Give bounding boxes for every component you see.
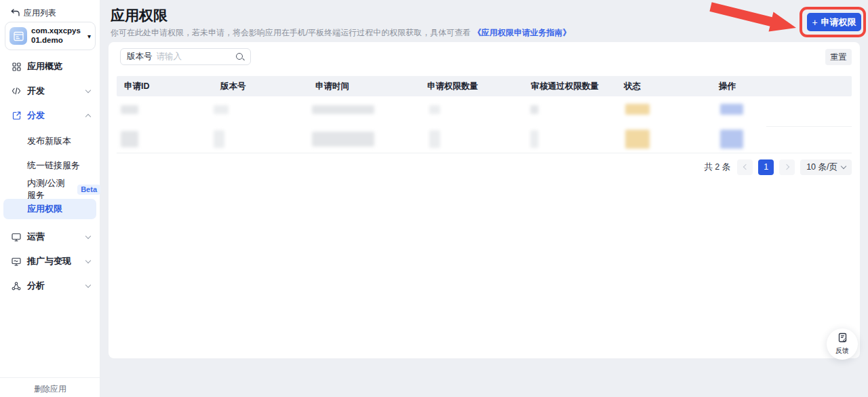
- chevron-left-icon: [743, 164, 748, 170]
- sidebar-item-unified-link[interactable]: 统一链接服务: [0, 156, 100, 175]
- chevron-down-icon: [85, 87, 91, 92]
- action-link[interactable]: [720, 104, 743, 115]
- sidebar-item-label: 开发: [27, 85, 45, 97]
- status-badge: [625, 130, 650, 149]
- pagination: 共 2 条 1 10 条/页: [704, 159, 852, 175]
- sidebar-item-beta-test[interactable]: 内测/公测服务 Beta: [0, 180, 100, 199]
- column-header-apply-time: 申请时间: [315, 76, 349, 96]
- sidebar-subitem-label: 统一链接服务: [27, 159, 80, 172]
- pagination-total: 共 2 条: [704, 162, 730, 173]
- sidebar-item-label: 推广与变现: [27, 255, 71, 267]
- plus-icon: +: [812, 17, 817, 28]
- chevron-down-icon: [85, 257, 91, 263]
- column-header-status: 状态: [624, 76, 641, 96]
- app-icon: [9, 27, 27, 45]
- row-divider: [766, 126, 852, 127]
- redacted-cell-approved-count: [530, 105, 538, 114]
- feedback-label: 反馈: [835, 346, 849, 356]
- sidebar-subitem-label: 发布新版本: [27, 135, 71, 147]
- beta-badge: Beta: [77, 185, 100, 195]
- redacted-cell-apply-time: [312, 132, 374, 147]
- column-header-requested-count: 申请权限数量: [427, 76, 478, 96]
- sidebar-item-distribution[interactable]: 分发: [0, 106, 100, 125]
- redacted-cell-apply-time: [312, 105, 374, 114]
- apply-permission-button[interactable]: + 申请权限: [807, 13, 861, 31]
- apply-permission-label: 申请权限: [821, 16, 856, 29]
- feedback-icon: [837, 333, 848, 345]
- sidebar-item-analytics[interactable]: 分析: [0, 276, 100, 295]
- app-root: 应用列表 com.xqxcpys01.demo ▾ 应用概览 开发: [0, 0, 868, 397]
- sidebar-item-overview[interactable]: 应用概览: [0, 57, 100, 76]
- annotation-arrow: [707, 1, 802, 35]
- monitor-wave-icon: [12, 257, 21, 266]
- grid-icon: [12, 62, 21, 71]
- pagination-page-1[interactable]: 1: [758, 159, 774, 175]
- app-selector[interactable]: com.xqxcpys01.demo ▾: [5, 22, 96, 50]
- column-header-version: 版本号: [220, 76, 246, 96]
- sidebar-item-release-version[interactable]: 发布新版本: [0, 132, 100, 151]
- column-header-apply-id: 申请ID: [124, 76, 150, 96]
- app-package-name: com.xqxcpys01.demo: [31, 26, 83, 45]
- sidebar-divider: [0, 377, 100, 378]
- guide-link[interactable]: 《应用权限申请业务指南》: [473, 28, 571, 37]
- redacted-cell-apply-id: [121, 131, 138, 147]
- sidebar-item-operation[interactable]: 运营: [0, 227, 100, 246]
- sidebar-item-label: 运营: [27, 231, 45, 243]
- share-icon: [12, 111, 21, 120]
- page-description-text: 你可在此处申请权限，若未申请，将会影响应用在手机/平板终端运行过程中的权限获取，…: [111, 28, 473, 37]
- sidebar-subitem-label: 内测/公测服务: [27, 177, 73, 202]
- sidebar-item-develop[interactable]: 开发: [0, 81, 100, 100]
- chevron-right-icon: [783, 164, 789, 170]
- table-header-row: 申请ID 版本号 申请时间 申请权限数量 审核通过权限数量 状态 操作: [117, 76, 852, 96]
- chevron-down-icon: [85, 282, 91, 287]
- dropdown-caret-icon: ▾: [87, 33, 91, 40]
- sidebar-item-label: 应用概览: [27, 60, 62, 73]
- redacted-cell-approved-count: [530, 130, 538, 148]
- code-icon: [12, 86, 21, 96]
- version-field-label: 版本号: [127, 51, 153, 62]
- version-search-input[interactable]: 版本号 请输入: [120, 48, 251, 65]
- monitor-icon: [12, 232, 21, 242]
- sidebar-subitem-label: 应用权限: [27, 203, 62, 215]
- pagination-next-button[interactable]: [779, 159, 795, 175]
- sidebar-item-promotion[interactable]: 推广与变现: [0, 252, 100, 271]
- sidebar-item-label: 分析: [27, 280, 45, 292]
- page-description: 你可在此处申请权限，若未申请，将会影响应用在手机/平板终端运行过程中的权限获取，…: [111, 27, 571, 39]
- sidebar-item-label: 分发: [27, 109, 45, 121]
- page-size-select[interactable]: 10 条/页: [800, 159, 852, 175]
- delete-app-button[interactable]: 删除应用: [0, 383, 100, 395]
- chevron-up-icon: [85, 113, 91, 119]
- page-size-value: 10 条/页: [806, 162, 837, 173]
- chevron-down-icon: [85, 233, 91, 238]
- redacted-cell-requested-count: [429, 105, 440, 114]
- column-header-approved-count: 审核通过权限数量: [531, 76, 599, 96]
- redacted-cell-version: [214, 105, 229, 114]
- pagination-prev-button[interactable]: [737, 159, 753, 175]
- action-link[interactable]: [720, 130, 743, 149]
- redacted-cell-requested-count: [429, 130, 440, 148]
- sidebar-item-app-permissions[interactable]: 应用权限: [3, 199, 96, 219]
- back-to-app-list[interactable]: 应用列表: [11, 7, 56, 19]
- reset-button[interactable]: 重置: [825, 49, 852, 65]
- redacted-cell-apply-id: [121, 105, 138, 114]
- back-arrow-icon: [11, 9, 20, 18]
- version-field-placeholder: 请输入: [157, 51, 232, 62]
- back-label: 应用列表: [24, 7, 56, 19]
- chevron-down-icon: [841, 163, 846, 168]
- column-header-actions: 操作: [719, 76, 736, 96]
- status-badge: [625, 104, 650, 115]
- page-title: 应用权限: [111, 6, 167, 25]
- analytics-icon: [12, 281, 21, 290]
- feedback-button[interactable]: 反馈: [827, 328, 858, 360]
- redacted-cell-version: [214, 130, 224, 148]
- search-icon[interactable]: [235, 52, 244, 61]
- table-bottom-border: [117, 153, 852, 153]
- permissions-card: 版本号 请输入 重置 申请ID 版本号 申请时间 申请权限数量 审核通过权限数量…: [108, 42, 860, 358]
- sidebar: 应用列表 com.xqxcpys01.demo ▾ 应用概览 开发: [0, 0, 100, 397]
